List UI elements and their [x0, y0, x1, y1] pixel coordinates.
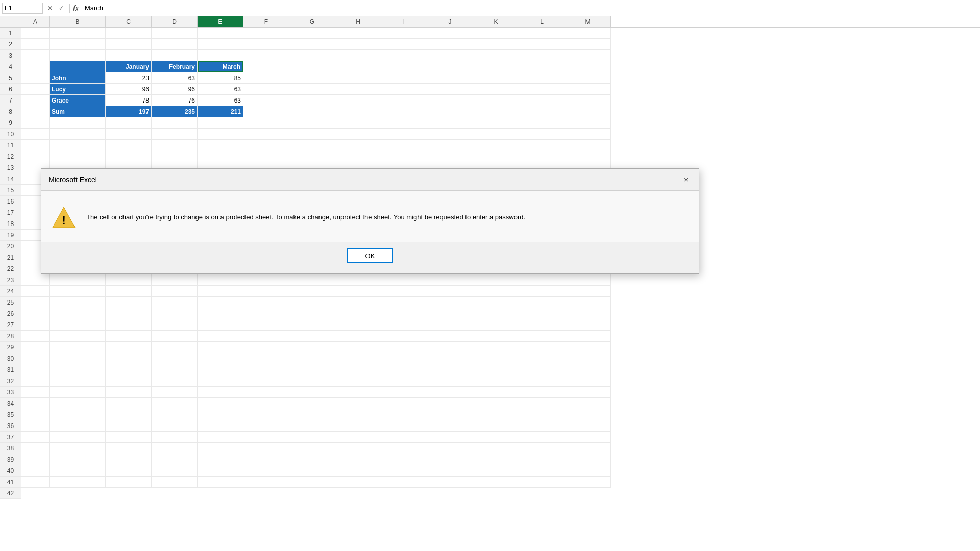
col-header-m[interactable]: M [565, 16, 611, 27]
cell-l6[interactable] [519, 84, 565, 95]
row-header-17[interactable]: 17 [0, 207, 21, 218]
cell-i2[interactable] [381, 39, 427, 50]
row-header-2[interactable]: 2 [0, 39, 21, 50]
row-header-15[interactable]: 15 [0, 185, 21, 196]
cell-f7[interactable] [243, 95, 289, 106]
row-header-26[interactable]: 26 [0, 308, 21, 319]
cell-i4[interactable] [381, 61, 427, 72]
cell-k3[interactable] [473, 50, 519, 61]
row-header-41[interactable]: 41 [0, 477, 21, 488]
cell-m3[interactable] [565, 50, 611, 61]
row-header-42[interactable]: 42 [0, 488, 21, 499]
cell-e3[interactable] [198, 50, 243, 61]
cell-j5[interactable] [427, 72, 473, 84]
row-header-12[interactable]: 12 [0, 151, 21, 162]
col-header-c[interactable]: C [106, 16, 152, 27]
row-header-31[interactable]: 31 [0, 364, 21, 375]
cell-d2[interactable] [152, 39, 198, 50]
cell-c6-lucy-jan[interactable]: 96 [106, 84, 152, 95]
cell-e6-lucy-mar[interactable]: 63 [198, 84, 243, 95]
cell-g7[interactable] [289, 95, 335, 106]
cell-j2[interactable] [427, 39, 473, 50]
cell-g4[interactable] [289, 61, 335, 72]
cell-a5[interactable] [21, 72, 50, 84]
cell-d5-john-feb[interactable]: 63 [152, 72, 198, 84]
cell-b5-john[interactable]: John [50, 72, 106, 84]
cell-g2[interactable] [289, 39, 335, 50]
cell-j4[interactable] [427, 61, 473, 72]
cell-j7[interactable] [427, 95, 473, 106]
row-header-19[interactable]: 19 [0, 230, 21, 241]
formula-input[interactable] [83, 4, 978, 12]
row-header-6[interactable]: 6 [0, 84, 21, 95]
cell-c8-sum-jan[interactable]: 197 [106, 106, 152, 117]
row-header-40[interactable]: 40 [0, 465, 21, 477]
row-header-9[interactable]: 9 [0, 117, 21, 129]
cell-j6[interactable] [427, 84, 473, 95]
cell-j3[interactable] [427, 50, 473, 61]
row-header-1[interactable]: 1 [0, 28, 21, 39]
cell-e5-john-mar[interactable]: 85 [198, 72, 243, 84]
row-header-37[interactable]: 37 [0, 432, 21, 443]
cell-h2[interactable] [335, 39, 381, 50]
confirm-formula-btn[interactable]: ✓ [56, 3, 66, 13]
cell-i6[interactable] [381, 84, 427, 95]
cell-f6[interactable] [243, 84, 289, 95]
cell-d8-sum-feb[interactable]: 235 [152, 106, 198, 117]
row-header-10[interactable]: 10 [0, 129, 21, 140]
row-header-25[interactable]: 25 [0, 297, 21, 308]
row-header-36[interactable]: 36 [0, 420, 21, 432]
row-header-11[interactable]: 11 [0, 140, 21, 151]
col-header-k[interactable]: K [473, 16, 519, 27]
cell-c3[interactable] [106, 50, 152, 61]
cell-l7[interactable] [519, 95, 565, 106]
cell-g6[interactable] [289, 84, 335, 95]
cell-l8[interactable] [519, 106, 565, 117]
cell-k8[interactable] [473, 106, 519, 117]
cell-i7[interactable] [381, 95, 427, 106]
col-header-d[interactable]: D [152, 16, 198, 27]
cell-h1[interactable] [335, 28, 381, 39]
cell-k2[interactable] [473, 39, 519, 50]
cell-l2[interactable] [519, 39, 565, 50]
cell-m5[interactable] [565, 72, 611, 84]
cell-b2[interactable] [50, 39, 106, 50]
cell-e2[interactable] [198, 39, 243, 50]
row-header-20[interactable]: 20 [0, 241, 21, 252]
row-header-14[interactable]: 14 [0, 173, 21, 185]
row-header-30[interactable]: 30 [0, 353, 21, 364]
cell-k1[interactable] [473, 28, 519, 39]
cell-c4-header[interactable]: January [106, 61, 152, 72]
cell-f4[interactable] [243, 61, 289, 72]
cell-a3[interactable] [21, 50, 50, 61]
col-header-g[interactable]: G [289, 16, 335, 27]
cell-d7-grace-feb[interactable]: 76 [152, 95, 198, 106]
cell-a6[interactable] [21, 84, 50, 95]
cell-m4[interactable] [565, 61, 611, 72]
cell-f1[interactable] [243, 28, 289, 39]
cell-j1[interactable] [427, 28, 473, 39]
cell-h8[interactable] [335, 106, 381, 117]
cell-e7-grace-mar[interactable]: 63 [198, 95, 243, 106]
row-header-22[interactable]: 22 [0, 263, 21, 274]
cell-f3[interactable] [243, 50, 289, 61]
cell-k4[interactable] [473, 61, 519, 72]
col-header-b[interactable]: B [50, 16, 106, 27]
row-header-34[interactable]: 34 [0, 398, 21, 409]
cell-b1[interactable] [50, 28, 106, 39]
cell-g8[interactable] [289, 106, 335, 117]
col-header-f[interactable]: F [243, 16, 289, 27]
cell-g5[interactable] [289, 72, 335, 84]
cell-h7[interactable] [335, 95, 381, 106]
row-header-5[interactable]: 5 [0, 72, 21, 84]
col-header-i[interactable]: I [381, 16, 427, 27]
cell-k7[interactable] [473, 95, 519, 106]
cell-a7[interactable] [21, 95, 50, 106]
name-box[interactable]: E1 [2, 3, 43, 14]
cell-d4-header[interactable]: February [152, 61, 198, 72]
cell-e8-sum-mar[interactable]: 211 [198, 106, 243, 117]
cell-c5-john-jan[interactable]: 23 [106, 72, 152, 84]
row-header-16[interactable]: 16 [0, 196, 21, 207]
cell-e4-header[interactable]: March [198, 61, 243, 72]
row-header-27[interactable]: 27 [0, 319, 21, 331]
